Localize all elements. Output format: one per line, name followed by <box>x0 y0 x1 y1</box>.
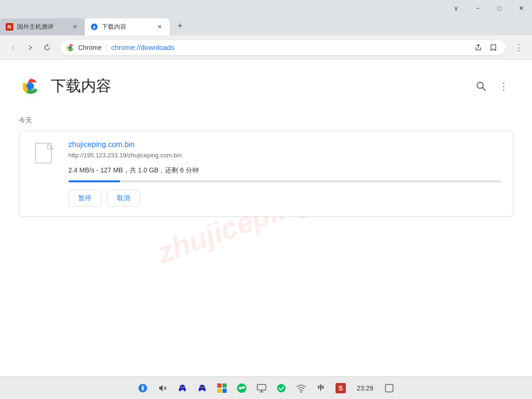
url-right-icons <box>472 41 500 54</box>
tab-favicon-1: 外 <box>6 23 13 31</box>
taskbar: 中 S 23:29 <box>0 376 532 399</box>
svg-point-39 <box>277 384 286 392</box>
check-icon[interactable] <box>274 381 289 396</box>
svg-point-20 <box>180 385 184 390</box>
taskbar-center-icons: 中 S 23:29 <box>135 381 397 396</box>
page-header: 下载内容 ⋮ <box>19 75 513 98</box>
download-url: http://195.123.233.19/zhujiceping.com.bi… <box>68 152 501 159</box>
tab-title-1: 国外主机测评 <box>17 23 67 31</box>
chrome-icon <box>66 43 74 52</box>
title-bar-controls: ∨ − □ ✕ <box>445 0 532 16</box>
url-bar[interactable]: Chrome | chrome://downloads <box>60 40 506 55</box>
svg-point-22 <box>183 387 184 388</box>
address-bar: Chrome | chrome://downloads ⋮ <box>0 35 532 60</box>
svg-point-26 <box>200 385 204 390</box>
search-button[interactable] <box>472 77 491 96</box>
title-bar: ∨ − □ ✕ <box>0 0 532 16</box>
svg-rect-43 <box>385 384 393 392</box>
svg-rect-31 <box>217 389 221 393</box>
sound-muted-icon[interactable] <box>155 381 170 396</box>
close-button[interactable]: ✕ <box>510 0 532 16</box>
svg-rect-36 <box>257 384 266 390</box>
tab-favicon-2 <box>90 23 98 31</box>
svg-point-28 <box>203 387 204 388</box>
options-menu-button[interactable]: ⋮ <box>494 77 513 96</box>
tab-close-2[interactable]: ✕ <box>156 23 164 31</box>
tabs-bar: 外 国外主机测评 ✕ 下载内容 ✕ + <box>0 16 532 35</box>
progress-bar-container <box>68 180 501 182</box>
page-content: zhujiceping.com 下载内容 ⋮ 今天 <box>0 60 532 376</box>
svg-text:外: 外 <box>7 24 12 30</box>
minimize-button[interactable]: − <box>467 0 489 16</box>
download-item: zhujiceping.com.bin http://195.123.233.1… <box>19 130 513 217</box>
colorful-icon[interactable] <box>214 381 229 396</box>
back-button[interactable] <box>6 40 21 55</box>
tab-close-1[interactable]: ✕ <box>71 23 79 31</box>
tab-active-2[interactable]: 下载内容 ✕ <box>85 18 170 35</box>
section-label-today: 今天 <box>19 116 513 125</box>
taskbar-time: 23:29 <box>353 384 377 392</box>
svg-point-34 <box>238 387 242 389</box>
page-title: 下载内容 <box>51 76 111 97</box>
sogou-icon[interactable]: S <box>333 381 348 396</box>
notification-icon[interactable] <box>382 381 397 396</box>
bookmark-icon[interactable] <box>487 41 500 54</box>
maximize-button[interactable]: □ <box>489 0 510 16</box>
svg-point-35 <box>242 386 245 389</box>
chevron-button[interactable]: ∨ <box>445 0 467 16</box>
svg-point-10 <box>28 84 33 89</box>
reload-button[interactable] <box>40 40 55 55</box>
download-actions: 暂停 取消 <box>68 190 501 207</box>
svg-point-21 <box>181 387 182 388</box>
download-info: zhujiceping.com.bin http://195.123.233.1… <box>68 140 501 207</box>
svg-rect-32 <box>222 389 227 393</box>
progress-bar-fill <box>68 180 120 182</box>
url-path-text: chrome://downloads <box>111 43 174 51</box>
wifi-icon[interactable] <box>294 381 309 396</box>
svg-rect-30 <box>222 383 227 388</box>
svg-text:S: S <box>338 384 343 392</box>
tab-title-2: 下载内容 <box>102 23 152 31</box>
bluetooth-icon[interactable] <box>135 381 150 396</box>
forward-button[interactable] <box>23 40 38 55</box>
url-separator: | <box>106 43 107 52</box>
svg-rect-29 <box>217 383 221 388</box>
browser-menu-button[interactable]: ⋮ <box>511 40 526 55</box>
page-header-left: 下载内容 <box>19 75 111 98</box>
download-file-icon <box>31 140 59 207</box>
chrome-logo <box>19 75 41 98</box>
file-icon-svg <box>34 142 55 167</box>
pause-button[interactable]: 暂停 <box>68 190 101 207</box>
url-brand-text: Chrome <box>78 44 102 51</box>
svg-point-40 <box>300 391 302 392</box>
svg-point-6 <box>69 46 71 49</box>
qq1-icon[interactable] <box>175 381 190 396</box>
tab-inactive-1[interactable]: 外 国外主机测评 ✕ <box>0 18 85 35</box>
qq2-icon[interactable] <box>195 381 210 396</box>
svg-line-12 <box>483 88 485 90</box>
share-icon[interactable] <box>472 41 485 54</box>
page-header-right: ⋮ <box>472 77 513 96</box>
download-filename[interactable]: zhujiceping.com.bin <box>68 140 501 149</box>
new-tab-button[interactable]: + <box>172 17 188 34</box>
svg-rect-13 <box>35 143 51 163</box>
monitor-icon[interactable] <box>254 381 269 396</box>
cancel-button[interactable]: 取消 <box>107 190 140 207</box>
language-icon[interactable]: 中 <box>313 381 328 396</box>
download-status: 2.4 MB/s - 127 MB，共 1.0 GB，还剩 6 分钟 <box>68 166 501 175</box>
wechat-icon[interactable] <box>234 381 249 396</box>
svg-point-27 <box>201 387 202 388</box>
